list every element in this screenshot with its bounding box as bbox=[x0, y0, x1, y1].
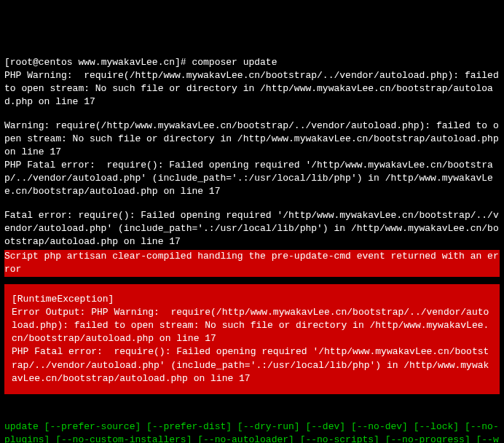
php-warning-1: PHP Warning: require(/http/www.mywakavLe… bbox=[4, 70, 504, 107]
blank-line bbox=[4, 109, 500, 119]
blank-line bbox=[4, 401, 500, 420]
prompt-user-host: [root@centos bbox=[4, 57, 78, 68]
typed-command: composer update bbox=[192, 57, 277, 68]
php-fatal-1: PHP Fatal error: require(): Failed openi… bbox=[4, 160, 493, 197]
php-fatal-2: Fatal error: require(): Failed opening r… bbox=[4, 210, 499, 247]
blank-line bbox=[4, 199, 500, 209]
runtime-exception-box: [RuntimeException] Error Output: PHP War… bbox=[4, 284, 500, 394]
script-error-banner: Script php artisan clear-compiled handli… bbox=[4, 250, 500, 276]
prompt-suffix: ]# bbox=[175, 57, 192, 68]
runtime-exception-body: Error Output: PHP Warning: require(/http… bbox=[12, 307, 489, 384]
terminal-output[interactable]: [root@centos www.mywakavLee.cn]# compose… bbox=[4, 56, 500, 443]
prompt-cwd: www.mywakavLee.cn bbox=[78, 57, 175, 68]
runtime-exception-title: [RuntimeException] bbox=[12, 294, 114, 305]
php-warning-2: Warning: require(/http/www.mywakavLee.cn… bbox=[4, 120, 504, 157]
usage-line: update [--prefer-source] [--prefer-dist]… bbox=[4, 421, 499, 443]
